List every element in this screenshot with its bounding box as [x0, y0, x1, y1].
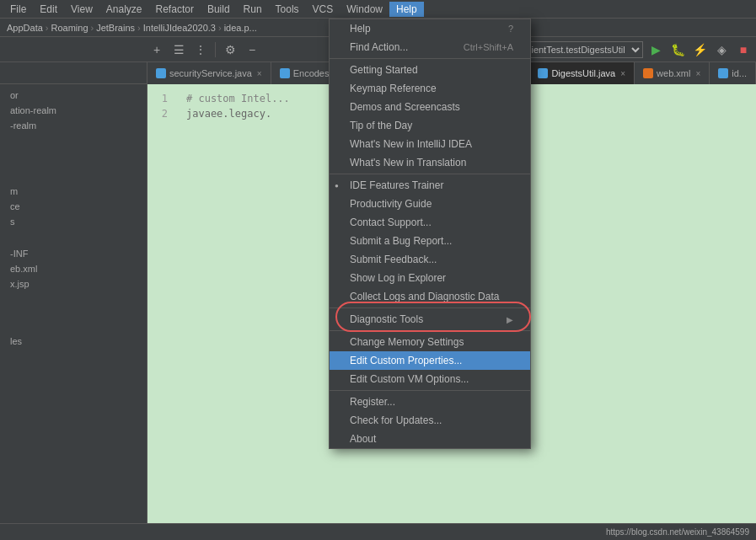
tab-digests-util[interactable]: DigestsUtil.java × [529, 62, 635, 84]
menu-item-find-action[interactable]: Find Action... Ctrl+Shift+A [330, 38, 530, 56]
tab-close-web-xml[interactable]: × [695, 69, 700, 78]
sidebar: or ation-realm -realm m ce s -INF eb.xml… [0, 84, 147, 540]
debug-button[interactable]: 🐛 [668, 40, 687, 59]
menu-edit[interactable]: Edit [33, 2, 64, 17]
menu-item-show-log[interactable]: Show Log in Explorer [330, 269, 530, 287]
tab-security-service[interactable]: securityService.java × [147, 62, 271, 84]
sidebar-item-les[interactable]: les [0, 334, 147, 349]
menu-item-check-updates[interactable]: Check for Updates... [330, 411, 530, 430]
menu-window[interactable]: Window [340, 2, 389, 17]
sidebar-item-web-xml[interactable]: eb.xml [0, 261, 147, 276]
divider-3 [330, 307, 530, 308]
divider-1 [330, 58, 530, 59]
submenu-arrow-icon: ▶ [507, 315, 513, 324]
toolbar-minus[interactable]: − [243, 40, 261, 59]
coverage-button[interactable]: ⚡ [690, 40, 709, 59]
line-numbers: 1 2 [147, 91, 173, 121]
menu-item-submit-bug[interactable]: Submit a Bug Report... [330, 232, 530, 250]
stop-button[interactable]: ■ [734, 40, 753, 59]
toolbar-settings[interactable]: ⚙ [221, 40, 239, 59]
divider-4 [330, 330, 530, 331]
divider-5 [330, 390, 530, 391]
run-button[interactable]: ▶ [646, 40, 665, 59]
menu-item-register[interactable]: Register... [330, 393, 530, 411]
menu-item-demos[interactable]: Demos and Screencasts [330, 98, 530, 116]
breadcrumb-file: idea.p... [224, 23, 257, 33]
sidebar-item-jsp[interactable]: x.jsp [0, 276, 147, 291]
tab-icon-web-xml [643, 68, 653, 78]
breadcrumb-appdata: AppData [7, 23, 43, 33]
tab-icon-encodes [280, 68, 290, 78]
menu-item-tip[interactable]: Tip of the Day [330, 116, 530, 135]
tab-web-xml[interactable]: web.xml × [635, 62, 710, 84]
menu-item-submit-feedback[interactable]: Submit Feedback... [330, 250, 530, 269]
bullet-icon: ● [335, 182, 339, 190]
tab-close-security[interactable]: × [257, 69, 262, 78]
menu-item-edit-vm-options[interactable]: Edit Custom VM Options... [330, 370, 530, 388]
menu-vcs[interactable]: VCS [306, 2, 340, 17]
tab-id[interactable]: id... [710, 62, 756, 84]
menu-help[interactable]: Help [389, 2, 424, 17]
menu-item-getting-started[interactable]: Getting Started [330, 61, 530, 79]
status-bar: https://blog.csdn.net/weixin_43864599 [0, 523, 756, 540]
breadcrumb-idea: IntelliJIdea2020.3 [143, 23, 216, 33]
sidebar-item-or[interactable]: or [0, 88, 147, 103]
menu-analyze[interactable]: Analyze [99, 2, 149, 17]
menu-item-productivity[interactable]: Productivity Guide [330, 195, 530, 213]
menu-tools[interactable]: Tools [269, 2, 306, 17]
status-url: https://blog.csdn.net/weixin_43864599 [606, 527, 749, 537]
menu-item-diagnostic-tools[interactable]: Diagnostic Tools ▶ [330, 310, 530, 329]
breadcrumb-roaming: Roaming [51, 23, 88, 33]
menu-file[interactable]: File [3, 2, 33, 17]
menu-bar: File Edit View Analyze Refactor Build Ru… [0, 0, 756, 19]
menu-item-help[interactable]: Help ? [330, 19, 530, 38]
menu-item-whats-new-translation[interactable]: What's New in Translation [330, 153, 530, 172]
menu-item-ide-features[interactable]: ● IDE Features Trainer [330, 176, 530, 195]
menu-item-whats-new[interactable]: What's New in IntelliJ IDEA [330, 135, 530, 153]
breadcrumb-jetbrains: JetBrains [96, 23, 135, 33]
menu-view[interactable]: View [64, 2, 99, 17]
tab-icon-security [156, 68, 166, 78]
help-dropdown-menu: Help ? Find Action... Ctrl+Shift+A Getti… [329, 19, 531, 449]
profiler-button[interactable]: ◈ [712, 40, 731, 59]
menu-item-contact-support[interactable]: Contact Support... [330, 213, 530, 232]
toolbar-add[interactable]: + [147, 40, 166, 59]
tab-icon-id [718, 68, 728, 78]
menu-item-keymap[interactable]: Keymap Reference [330, 79, 530, 98]
toolbar-dots[interactable]: ⋮ [191, 40, 210, 59]
run-config-select[interactable]: lientTest.testDigestsUtil [522, 41, 643, 58]
menu-item-collect-logs[interactable]: Collect Logs and Diagnostic Data [330, 287, 530, 306]
tab-close-digests[interactable]: × [620, 69, 625, 78]
divider-2 [330, 174, 530, 174]
sidebar-item-inf[interactable]: -INF [0, 246, 147, 261]
sidebar-item-ce[interactable]: ce [0, 199, 147, 214]
toolbar-align[interactable]: ☰ [169, 40, 188, 59]
sidebar-item-realm[interactable]: -realm [0, 118, 147, 133]
menu-item-about[interactable]: About [330, 430, 530, 448]
menu-run[interactable]: Run [237, 2, 269, 17]
menu-refactor[interactable]: Refactor [149, 2, 201, 17]
sidebar-item-s[interactable]: s [0, 214, 147, 229]
sidebar-item-m[interactable]: m [0, 184, 147, 199]
tab-icon-digests [538, 68, 548, 78]
menu-build[interactable]: Build [201, 2, 237, 17]
menu-item-change-memory[interactable]: Change Memory Settings [330, 333, 530, 351]
menu-item-edit-custom-properties[interactable]: Edit Custom Properties... [330, 351, 530, 370]
sidebar-item-ation-realm[interactable]: ation-realm [0, 103, 147, 118]
